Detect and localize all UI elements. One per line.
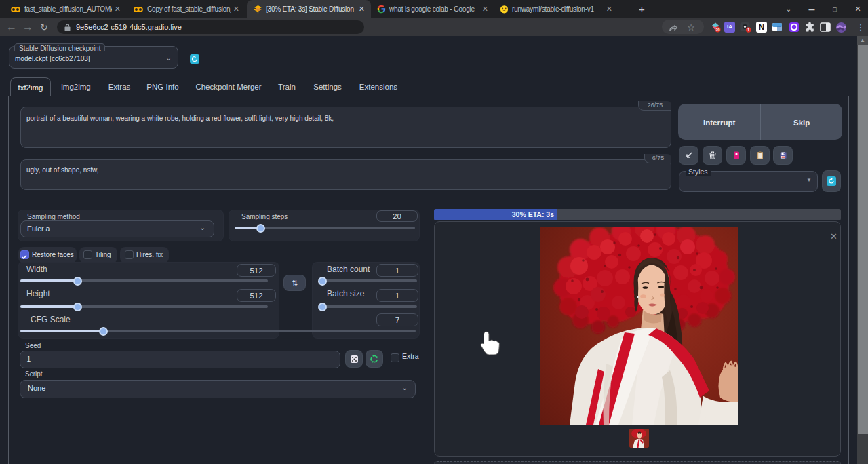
svg-text:20: 20 [715,28,719,32]
